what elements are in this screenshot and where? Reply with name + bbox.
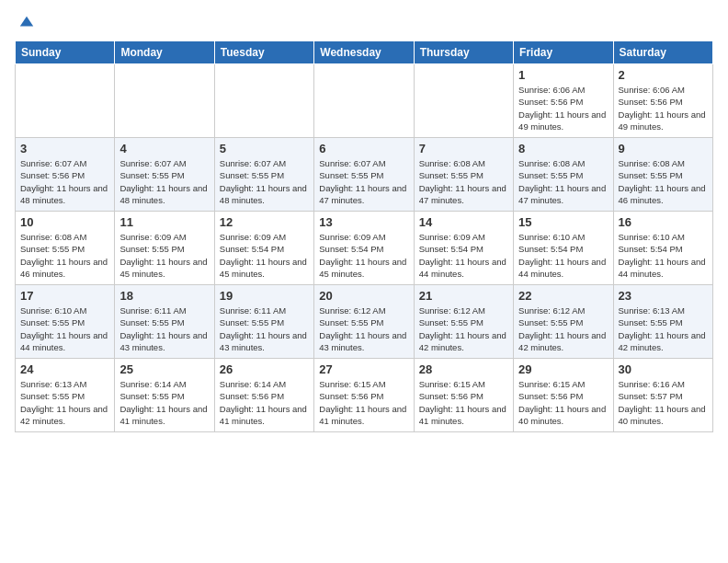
calendar-day-cell: 2Sunrise: 6:06 AM Sunset: 5:56 PM Daylig… [613, 64, 712, 138]
calendar-day-cell: 26Sunrise: 6:14 AM Sunset: 5:56 PM Dayli… [214, 359, 313, 432]
calendar-day-cell: 8Sunrise: 6:08 AM Sunset: 5:55 PM Daylig… [514, 138, 613, 212]
day-number: 28 [419, 362, 508, 376]
day-number: 11 [119, 215, 209, 229]
day-number: 29 [518, 362, 608, 376]
day-info: Sunrise: 6:16 AM Sunset: 5:57 PM Dayligh… [619, 378, 708, 427]
logo-icon [18, 15, 35, 31]
empty-day-cell [16, 64, 115, 138]
day-number: 25 [119, 362, 209, 376]
day-info: Sunrise: 6:07 AM Sunset: 5:55 PM Dayligh… [119, 157, 209, 206]
day-number: 2 [619, 68, 708, 82]
calendar-day-cell: 5Sunrise: 6:07 AM Sunset: 5:55 PM Daylig… [214, 138, 313, 212]
day-info: Sunrise: 6:13 AM Sunset: 5:55 PM Dayligh… [20, 378, 109, 427]
calendar-day-cell: 3Sunrise: 6:07 AM Sunset: 5:56 PM Daylig… [16, 138, 115, 212]
svg-marker-0 [20, 17, 33, 27]
weekday-header-wednesday: Wednesday [314, 41, 414, 64]
calendar-day-cell: 15Sunrise: 6:10 AM Sunset: 5:54 PM Dayli… [514, 212, 613, 285]
day-info: Sunrise: 6:15 AM Sunset: 5:56 PM Dayligh… [419, 378, 508, 427]
calendar-day-cell: 16Sunrise: 6:10 AM Sunset: 5:54 PM Dayli… [613, 212, 712, 285]
weekday-header-saturday: Saturday [613, 41, 712, 64]
day-number: 14 [419, 215, 508, 229]
day-info: Sunrise: 6:09 AM Sunset: 5:54 PM Dayligh… [220, 231, 309, 280]
day-number: 6 [319, 142, 408, 155]
calendar-day-cell: 12Sunrise: 6:09 AM Sunset: 5:54 PM Dayli… [214, 212, 313, 285]
weekday-header-monday: Monday [115, 41, 214, 64]
day-info: Sunrise: 6:06 AM Sunset: 5:56 PM Dayligh… [518, 84, 608, 132]
day-info: Sunrise: 6:06 AM Sunset: 5:56 PM Dayligh… [619, 84, 708, 132]
calendar-day-cell: 17Sunrise: 6:10 AM Sunset: 5:55 PM Dayli… [16, 285, 115, 359]
day-info: Sunrise: 6:07 AM Sunset: 5:55 PM Dayligh… [220, 157, 309, 206]
day-number: 12 [220, 215, 309, 229]
calendar-day-cell: 29Sunrise: 6:15 AM Sunset: 5:56 PM Dayli… [514, 359, 613, 432]
calendar-day-cell: 18Sunrise: 6:11 AM Sunset: 5:55 PM Dayli… [115, 285, 214, 359]
day-info: Sunrise: 6:12 AM Sunset: 5:55 PM Dayligh… [319, 304, 408, 353]
day-info: Sunrise: 6:13 AM Sunset: 5:55 PM Dayligh… [619, 304, 708, 353]
day-number: 23 [619, 289, 708, 303]
calendar-day-cell: 6Sunrise: 6:07 AM Sunset: 5:55 PM Daylig… [314, 138, 414, 212]
day-info: Sunrise: 6:09 AM Sunset: 5:54 PM Dayligh… [319, 231, 408, 280]
empty-day-cell [214, 64, 313, 138]
empty-day-cell [115, 64, 214, 138]
calendar-table: SundayMondayTuesdayWednesdayThursdayFrid… [15, 40, 713, 432]
day-number: 10 [20, 215, 109, 229]
calendar-day-cell: 19Sunrise: 6:11 AM Sunset: 5:55 PM Dayli… [214, 285, 313, 359]
calendar-day-cell: 7Sunrise: 6:08 AM Sunset: 5:55 PM Daylig… [414, 138, 513, 212]
day-number: 3 [20, 142, 109, 155]
day-number: 21 [419, 289, 508, 303]
day-number: 19 [220, 289, 309, 303]
calendar-day-cell: 9Sunrise: 6:08 AM Sunset: 5:55 PM Daylig… [613, 138, 712, 212]
day-number: 4 [119, 142, 209, 155]
day-number: 20 [319, 289, 408, 303]
day-number: 18 [119, 289, 209, 303]
day-number: 1 [518, 68, 608, 82]
day-number: 17 [20, 289, 109, 303]
day-info: Sunrise: 6:09 AM Sunset: 5:54 PM Dayligh… [419, 231, 508, 280]
calendar-day-cell: 4Sunrise: 6:07 AM Sunset: 5:55 PM Daylig… [115, 138, 214, 212]
day-info: Sunrise: 6:10 AM Sunset: 5:54 PM Dayligh… [518, 231, 608, 280]
day-number: 13 [319, 215, 408, 229]
calendar-day-cell: 24Sunrise: 6:13 AM Sunset: 5:55 PM Dayli… [16, 359, 115, 432]
day-info: Sunrise: 6:07 AM Sunset: 5:55 PM Dayligh… [319, 157, 408, 206]
calendar-day-cell: 10Sunrise: 6:08 AM Sunset: 5:55 PM Dayli… [16, 212, 115, 285]
page-header [15, 15, 713, 31]
logo [15, 15, 35, 31]
calendar-day-cell: 28Sunrise: 6:15 AM Sunset: 5:56 PM Dayli… [414, 359, 513, 432]
day-number: 15 [518, 215, 608, 229]
day-info: Sunrise: 6:14 AM Sunset: 5:56 PM Dayligh… [220, 378, 309, 427]
calendar-week-row: 17Sunrise: 6:10 AM Sunset: 5:55 PM Dayli… [16, 285, 713, 359]
weekday-header-tuesday: Tuesday [214, 41, 313, 64]
day-info: Sunrise: 6:11 AM Sunset: 5:55 PM Dayligh… [220, 304, 309, 353]
calendar-week-row: 24Sunrise: 6:13 AM Sunset: 5:55 PM Dayli… [16, 359, 713, 432]
weekday-header-thursday: Thursday [414, 41, 513, 64]
calendar-day-cell: 22Sunrise: 6:12 AM Sunset: 5:55 PM Dayli… [514, 285, 613, 359]
day-info: Sunrise: 6:14 AM Sunset: 5:55 PM Dayligh… [119, 378, 209, 427]
day-number: 27 [319, 362, 408, 376]
day-info: Sunrise: 6:11 AM Sunset: 5:55 PM Dayligh… [119, 304, 209, 353]
weekday-header-friday: Friday [514, 41, 613, 64]
day-number: 7 [419, 142, 508, 155]
calendar-day-cell: 23Sunrise: 6:13 AM Sunset: 5:55 PM Dayli… [613, 285, 712, 359]
calendar-day-cell: 13Sunrise: 6:09 AM Sunset: 5:54 PM Dayli… [314, 212, 414, 285]
calendar-week-row: 3Sunrise: 6:07 AM Sunset: 5:56 PM Daylig… [16, 138, 713, 212]
day-number: 22 [518, 289, 608, 303]
day-info: Sunrise: 6:10 AM Sunset: 5:54 PM Dayligh… [619, 231, 708, 280]
calendar-day-cell: 14Sunrise: 6:09 AM Sunset: 5:54 PM Dayli… [414, 212, 513, 285]
calendar-day-cell: 21Sunrise: 6:12 AM Sunset: 5:55 PM Dayli… [414, 285, 513, 359]
day-number: 16 [619, 215, 708, 229]
calendar-day-cell: 27Sunrise: 6:15 AM Sunset: 5:56 PM Dayli… [314, 359, 414, 432]
day-number: 8 [518, 142, 608, 155]
day-info: Sunrise: 6:10 AM Sunset: 5:55 PM Dayligh… [20, 304, 109, 353]
day-info: Sunrise: 6:08 AM Sunset: 5:55 PM Dayligh… [619, 157, 708, 206]
weekday-header-row: SundayMondayTuesdayWednesdayThursdayFrid… [16, 41, 713, 64]
day-number: 30 [619, 362, 708, 376]
day-info: Sunrise: 6:12 AM Sunset: 5:55 PM Dayligh… [419, 304, 508, 353]
day-info: Sunrise: 6:15 AM Sunset: 5:56 PM Dayligh… [319, 378, 408, 427]
day-info: Sunrise: 6:15 AM Sunset: 5:56 PM Dayligh… [518, 378, 608, 427]
calendar-day-cell: 20Sunrise: 6:12 AM Sunset: 5:55 PM Dayli… [314, 285, 414, 359]
day-number: 26 [220, 362, 309, 376]
day-number: 9 [619, 142, 708, 155]
calendar-week-row: 1Sunrise: 6:06 AM Sunset: 5:56 PM Daylig… [16, 64, 713, 138]
day-number: 5 [220, 142, 309, 155]
calendar-day-cell: 30Sunrise: 6:16 AM Sunset: 5:57 PM Dayli… [613, 359, 712, 432]
day-info: Sunrise: 6:08 AM Sunset: 5:55 PM Dayligh… [20, 231, 109, 280]
